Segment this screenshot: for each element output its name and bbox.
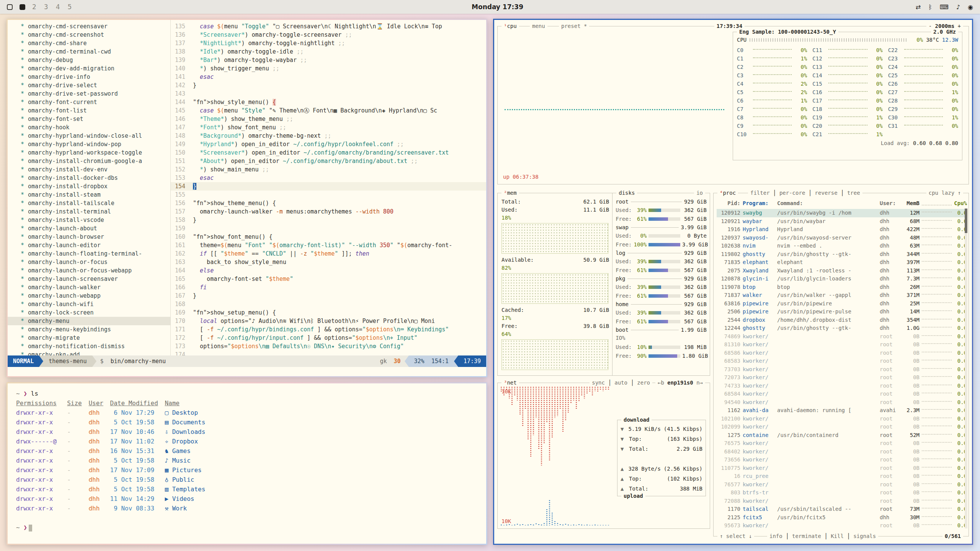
code-line[interactable]: 163 back_to show_style_menu [171,258,486,266]
file-item[interactable]: *omarchy-font-list [21,106,170,115]
file-item[interactable]: *omarchy-install-docker-dbs [21,174,170,182]
process-row[interactable]: 120912swaybg/usr/bin/swaybg -i /homdhh12… [717,209,967,217]
process-row[interactable]: 120921waybar/usr/bin/waybardhh68M0.0 [717,217,967,226]
net-auto-button[interactable]: auto [614,380,627,386]
code-line[interactable]: 170 local options="♪ Audio\n≋ Wifi\nᛒ Bl… [171,317,486,325]
workspace-number[interactable]: 2 [32,3,36,11]
code-line[interactable]: 169"fn">show_setup_menu() { [171,308,486,317]
code-line[interactable]: 141 esac [171,73,486,81]
process-row[interactable]: 120937swayosd-/usr/bin/swayosd-serverdhh… [717,234,967,242]
file-item[interactable]: *omarchy-hook [21,123,170,132]
proc-action-kill[interactable]: Kill [831,533,844,539]
process-row[interactable]: 1916HyprlandHyprlanddhh422M0.0 [717,225,967,234]
process-row[interactable]: 12244ghostty/usr/bin/ghostty --gtk-dhh1.… [717,324,967,333]
file-item[interactable]: *omarchy-install-tailscale [21,199,170,207]
code-pane[interactable]: 135 case $(menu "Toggle" "▢ Screensaver\… [171,20,486,355]
process-row[interactable]: 76577kworker/root0B0.0 [717,481,967,489]
proc-select-hint[interactable]: ↑ select ↓ [717,532,754,540]
file-item[interactable]: *omarchy-launch-about [21,224,170,233]
code-line[interactable]: 159 [171,224,486,233]
process-row[interactable]: 1162avahi-daavahi-daemon: running [avahi… [717,406,967,415]
proc-tab-reverse[interactable]: reverse [815,190,838,196]
process-row[interactable]: 1275containe/usr/bin/containerdroot52M0.… [717,431,967,440]
code-line[interactable]: 157 omarchy-launch-walker -m menus:omarc… [171,207,486,216]
code-line[interactable]: 155 [171,191,486,199]
iface-next-button[interactable]: n→ [696,380,703,386]
code-line[interactable]: 145 case $(menu "Style" "✎ Theme\nⒶ Font… [171,106,486,115]
file-item[interactable]: *omarchy-install-dev-env [21,165,170,174]
process-row[interactable]: 2544dropbox/home/dhh/.dropbox-distdhh354… [717,316,967,324]
code-line[interactable]: 172 [ -f ~/.config/hypr/input.conf ] && … [171,334,486,342]
code-line[interactable]: 162 if [[ "$theme" == "CNCLD" || -z "$th… [171,249,486,258]
screencast-icon[interactable]: ⇄ [916,3,921,11]
proc-sort-mode[interactable]: cpu lazy ↑ [926,189,963,197]
code-line[interactable]: 158} [171,216,486,224]
diagnostics-count[interactable]: 30 [390,355,404,367]
process-row[interactable]: 95673kworker/root0B0.0 [717,522,967,530]
file-item[interactable]: *omarchy-drive-set-password [21,90,170,98]
process-row[interactable]: 74869kworker/root0B0.0 [717,333,967,341]
file-item[interactable]: *omarchy-launch-editor [21,241,170,249]
workspace-number[interactable]: 4 [56,3,60,11]
bluetooth-icon[interactable]: ᛒ [928,3,932,11]
code-line[interactable]: 139 *Bar*) omarchy-toggle-waybar ;; [171,56,486,64]
file-item[interactable]: *omarchy-install-chromium-google-a [21,157,170,165]
code-line[interactable]: 173 options="$options\n▤ Defaults\n☉ DNS… [171,342,486,350]
process-row[interactable]: 73703kworker/root0B0.0 [717,365,967,374]
file-item[interactable]: *omarchy-pkg-add [21,350,170,355]
code-line[interactable]: 153 esac [171,174,486,182]
command-line[interactable] [8,367,486,376]
net-zero-button[interactable]: zero [637,380,650,386]
process-row[interactable]: 71835elephantelephantdhh397M0.0 [717,258,967,267]
file-item[interactable]: *omarchy-drive-select [21,81,170,90]
code-line[interactable]: 149 *Hyprland*) open_in_editor ~/.config… [171,140,486,148]
mem-box-title[interactable]: ²mem [501,189,519,197]
file-item[interactable]: *omarchy-launch-or-focus-webapp [21,266,170,275]
file-item[interactable]: *omarchy-cmd-screensaver [21,22,170,31]
code-line[interactable]: 148 *Background*) omarchy-theme-bg-next … [171,132,486,140]
process-row[interactable]: 63816pipewire/usr/bin/pipewiredhh25M0.0 [717,300,967,308]
code-line[interactable]: 161 theme=$(menu "Font" "$(omarchy-font-… [171,241,486,249]
volume-icon[interactable]: ♪ [956,3,960,11]
file-item[interactable]: *omarchy-hyprland-workspace-toggle [21,148,170,157]
workspace-active-icon[interactable] [20,4,25,10]
proc-col-header[interactable]: Program: [743,199,775,207]
code-line[interactable]: 154} [171,182,486,191]
git-branch[interactable]: themes-menu [43,355,92,367]
disks-box-title[interactable]: disks [616,189,637,197]
process-row[interactable]: 74733kworker/root0B0.0 [717,382,967,390]
proc-col-header[interactable]: User: [880,199,900,207]
code-line[interactable]: 160"fn">show_font_menu() { [171,233,486,241]
code-line[interactable]: 150 *Screensaver*) open_in_editor ~/.con… [171,148,486,157]
btop-window[interactable]: ¹cpu menu preset * 17:39:34 - 2000ms + E… [493,19,973,545]
editor-window[interactable]: *omarchy-cmd-screensaver*omarchy-cmd-scr… [7,19,487,377]
process-row[interactable]: 2506pipewire/usr/bin/pipewire-pulsedhh14… [717,308,967,316]
code-line[interactable]: 164 else [171,266,486,275]
file-item[interactable]: *omarchy-launch-floating-terminal- [21,249,170,258]
net-sync-button[interactable]: sync [592,380,605,386]
process-row[interactable]: 102638nvimnvim --embed .dhh63M0.0 [717,242,967,250]
code-line[interactable]: 146 *Theme*) show_theme_menu ;; [171,115,486,123]
code-line[interactable]: 166 fi [171,283,486,292]
code-line[interactable]: 140 *) show_trigger_menu ;; [171,64,486,73]
code-line[interactable]: 143 [171,90,486,98]
process-row[interactable]: 72088kworker/root0B0.0 [717,497,967,505]
file-item[interactable]: *omarchy-hyprland-window-pop [21,140,170,148]
file-item[interactable]: *omarchy-install-vscode [21,216,170,224]
file-item[interactable]: *omarchy-install-terminal [21,207,170,216]
proc-action-info[interactable]: info [769,533,782,539]
code-line[interactable]: 137 *NightLight*) omarchy-toggle-nightli… [171,39,486,47]
scrollbar-thumb[interactable] [965,209,967,233]
proc-col-header[interactable]: Pid: [717,199,740,207]
workspace-1-icon[interactable] [7,4,13,10]
code-line[interactable]: 165 omarchy-font-set "$theme" [171,275,486,283]
proc-tab-filter[interactable]: filter [750,190,770,196]
file-item[interactable]: *omarchy-launch-browser [21,233,170,241]
proc-tab-per-core[interactable]: per-core [779,190,805,196]
process-row[interactable]: 68402kworker/root0B0.0 [717,448,967,456]
terminal-window[interactable]: ~ ❯ ls PermissionsSizeUserDate ModifiedN… [7,382,487,545]
power-icon[interactable]: ◉ [968,3,973,11]
prompt-line-2[interactable]: ~ ❯ [16,523,486,532]
file-item[interactable]: *omarchy-launch-walker [21,283,170,292]
file-item[interactable]: *omarchy-notification-dismiss [21,342,170,350]
